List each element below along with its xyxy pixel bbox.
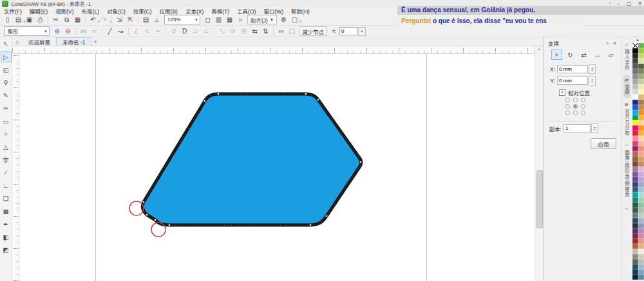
anchor-point-radio[interactable] — [581, 111, 585, 115]
to-line-icon[interactable]: ╱ — [105, 27, 115, 36]
y-spinner[interactable]: ▲▼ — [589, 76, 596, 86]
fullscreen-preview-icon[interactable]: ◻ — [203, 15, 213, 24]
palette-swatch[interactable] — [638, 167, 644, 172]
tab-untitled-document[interactable]: 未命名 -1 — [56, 37, 91, 46]
dimension-tool[interactable]: ∕ — [1, 167, 12, 178]
canvas-vertical-scrollbar[interactable]: ▴ — [535, 46, 543, 281]
shape-object[interactable] — [142, 94, 361, 225]
palette-swatch[interactable] — [638, 69, 644, 74]
palette-swatch[interactable] — [632, 43, 638, 48]
palette-swatch[interactable] — [638, 48, 644, 53]
x-position-input[interactable] — [557, 65, 588, 73]
zoom-level-combo[interactable]: 125%▼ — [164, 15, 200, 24]
palette-swatch[interactable] — [632, 239, 638, 244]
copies-spinner[interactable]: ▲▼ — [591, 123, 598, 133]
docker-close-icon[interactable]: ✕ — [612, 41, 617, 46]
palette-swatch[interactable] — [638, 213, 644, 218]
polygon-tool[interactable]: △ — [1, 141, 12, 152]
menu-item[interactable]: 工具(O) — [233, 7, 260, 15]
drop-shadow-tool[interactable]: ❏ — [1, 193, 12, 204]
alignment-guides-icon[interactable]: ⌗ — [236, 15, 245, 24]
palette-swatch[interactable] — [638, 74, 644, 79]
copies-input[interactable] — [564, 124, 591, 132]
menu-item[interactable]: 视图(V) — [52, 7, 77, 15]
curve-smoothness-input[interactable] — [339, 27, 357, 35]
palette-swatch[interactable] — [632, 59, 638, 64]
palette-swatch[interactable] — [632, 48, 638, 53]
horizontal-ruler[interactable] — [12, 46, 543, 54]
palette-swatch[interactable] — [632, 172, 638, 177]
docker-tab-align-distribute[interactable]: ⊞ 对齐与分布 — [623, 100, 630, 139]
smooth-node-icon[interactable]: ∿ — [142, 27, 152, 36]
reduce-nodes-button[interactable]: 减少节点 — [299, 26, 327, 36]
reverse-direction-icon[interactable]: ↺ — [169, 27, 178, 36]
anchor-point-radio[interactable] — [573, 104, 578, 109]
menu-item[interactable]: 布局(L) — [78, 7, 103, 15]
palette-swatch[interactable] — [638, 89, 644, 95]
new-document-icon[interactable]: ▯ — [3, 15, 12, 24]
position-transform-icon[interactable]: + — [551, 50, 562, 60]
add-node-icon[interactable]: ⊕ — [52, 27, 62, 36]
docker-tab-corners[interactable]: ◠ 圆角/扇形角/倒棱角 — [623, 141, 630, 200]
extract-subpath-icon[interactable]: ⊃ — [191, 27, 200, 36]
palette-swatch[interactable] — [638, 161, 644, 167]
palette-swatch[interactable] — [638, 269, 644, 275]
palette-swatch[interactable] — [638, 59, 644, 64]
crop-tool[interactable]: ◱ — [1, 64, 12, 75]
menu-item[interactable]: 表格(T) — [207, 7, 233, 15]
artistic-media-tool[interactable]: ✑ — [1, 103, 12, 114]
palette-swatch[interactable] — [632, 64, 638, 69]
palette-swatch[interactable] — [638, 244, 644, 249]
palette-swatch[interactable] — [638, 120, 644, 125]
palette-swatch[interactable] — [632, 244, 638, 249]
palette-swatch[interactable] — [632, 208, 638, 213]
anchor-point-radio[interactable] — [565, 111, 570, 115]
anchor-point-radio[interactable] — [581, 98, 585, 102]
palette-swatch[interactable] — [638, 105, 644, 110]
palette-swatch[interactable] — [632, 151, 638, 156]
text-tool[interactable]: 字 — [1, 154, 12, 165]
stretch-nodes-icon[interactable]: ⤡ — [217, 27, 227, 36]
reflect-v-icon[interactable]: ⇅ — [261, 27, 270, 36]
palette-swatch[interactable] — [632, 69, 638, 74]
palette-swatch[interactable] — [632, 197, 638, 203]
palette-swatch[interactable] — [638, 233, 644, 239]
freehand-tool[interactable]: ✎ — [1, 90, 12, 101]
palette-swatch[interactable] — [632, 79, 638, 84]
extend-curve-close-icon[interactable]: ⊂ — [202, 27, 211, 36]
palette-swatch[interactable] — [638, 208, 644, 213]
smoothness-plus-button[interactable]: + — [358, 27, 366, 36]
save-icon[interactable]: ▣ — [24, 15, 34, 24]
palette-swatch[interactable] — [632, 275, 638, 280]
export-icon[interactable]: ⇱ — [126, 15, 135, 24]
drawing-canvas[interactable] — [19, 54, 535, 281]
palette-swatch[interactable] — [632, 167, 638, 172]
palette-swatch[interactable] — [638, 228, 644, 233]
undo-icon[interactable]: ↶ — [88, 15, 98, 24]
palette-swatch[interactable] — [638, 136, 644, 141]
close-curve-icon[interactable]: D — [180, 27, 189, 36]
anchor-point-radio[interactable] — [565, 98, 570, 102]
size-transform-icon[interactable]: ↔ — [592, 50, 603, 60]
palette-swatch[interactable] — [638, 115, 644, 120]
palette-swatch[interactable] — [638, 182, 644, 187]
palette-swatch[interactable] — [638, 172, 644, 177]
palette-swatch[interactable] — [632, 74, 638, 79]
palette-swatch[interactable] — [632, 264, 638, 269]
reflect-h-icon[interactable]: ⇆ — [250, 27, 260, 36]
add-docker-button[interactable]: + — [625, 206, 628, 212]
palette-swatch[interactable] — [632, 249, 638, 254]
show-grid-icon[interactable]: ▦ — [225, 15, 234, 24]
pick-tool[interactable]: ↖ — [1, 39, 12, 50]
delete-node-icon[interactable]: ⊖ — [63, 27, 73, 36]
palette-swatch[interactable] — [632, 120, 638, 125]
palette-swatch[interactable] — [638, 146, 644, 151]
palette-swatch[interactable] — [632, 110, 638, 115]
palette-swatch[interactable] — [632, 259, 638, 264]
shape-tool[interactable]: ▷ — [1, 51, 12, 62]
palette-swatch[interactable] — [638, 131, 644, 136]
rectangle-tool[interactable]: ▭ — [1, 116, 12, 127]
palette-swatch[interactable] — [632, 89, 638, 95]
palette-swatch[interactable] — [638, 53, 644, 59]
anchor-point-radio[interactable] — [565, 104, 570, 109]
